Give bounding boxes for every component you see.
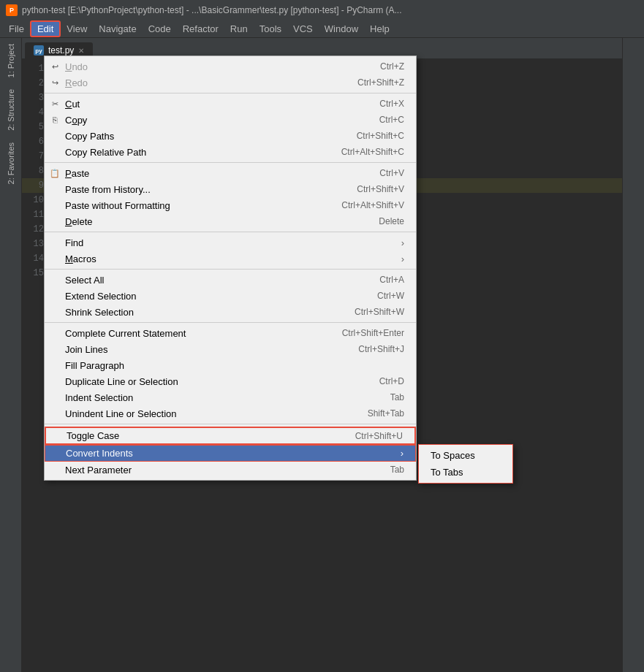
menu-navigate[interactable]: Navigate bbox=[93, 22, 142, 36]
menu-vcs[interactable]: VCS bbox=[287, 22, 319, 36]
menu-tools[interactable]: Tools bbox=[254, 22, 287, 36]
menu-extend-selection[interactable]: Extend Selection Ctrl+W bbox=[45, 288, 416, 304]
menu-window[interactable]: Window bbox=[319, 22, 364, 36]
separator-4 bbox=[45, 269, 416, 270]
menu-bar: File Edit View Navigate Code Refactor Ru… bbox=[0, 20, 644, 38]
tab-close-icon[interactable]: ✕ bbox=[78, 47, 84, 55]
submenu-to-tabs[interactable]: To Tabs bbox=[419, 464, 512, 481]
paste-icon: 📋 bbox=[49, 167, 61, 179]
sidebar-tab-structure[interactable]: 2: Structure bbox=[4, 83, 18, 137]
menu-duplicate-line[interactable]: Duplicate Line or Selection Ctrl+D bbox=[45, 373, 416, 389]
menu-convert-indents[interactable]: Convert Indents › To Spaces To Tabs bbox=[45, 445, 416, 462]
menu-file[interactable]: File bbox=[3, 22, 30, 36]
menu-view[interactable]: View bbox=[61, 22, 93, 36]
menu-undo[interactable]: ↩ Undo Ctrl+Z bbox=[45, 58, 416, 75]
menu-cut[interactable]: ✂ Cut Ctrl+X bbox=[45, 96, 416, 112]
menu-join-lines[interactable]: Join Lines Ctrl+Shift+J bbox=[45, 341, 416, 357]
menu-unindent-line[interactable]: Unindent Line or Selection Shift+Tab bbox=[45, 405, 416, 421]
menu-redo[interactable]: ↪ Redo Ctrl+Shift+Z bbox=[45, 75, 416, 91]
menu-paste[interactable]: 📋 Paste Ctrl+V bbox=[45, 165, 416, 181]
menu-copy-relative-path[interactable]: Copy Relative Path Ctrl+Alt+Shift+C bbox=[45, 144, 416, 160]
menu-run[interactable]: Run bbox=[224, 22, 254, 36]
find-arrow-icon: › bbox=[401, 237, 404, 248]
undo-icon: ↩ bbox=[49, 61, 61, 72]
menu-code[interactable]: Code bbox=[143, 22, 177, 36]
separator-2 bbox=[45, 162, 416, 163]
convert-indents-arrow-icon: › bbox=[401, 448, 404, 459]
menu-complete-current-statement[interactable]: Complete Current Statement Ctrl+Shift+En… bbox=[45, 325, 416, 341]
menu-paste-from-history[interactable]: Paste from History... Ctrl+Shift+V bbox=[45, 181, 416, 197]
menu-find[interactable]: Find › bbox=[45, 234, 416, 251]
menu-next-parameter[interactable]: Next Parameter Tab bbox=[45, 462, 416, 478]
menu-delete[interactable]: Delete Delete bbox=[45, 213, 416, 229]
separator-3 bbox=[45, 232, 416, 232]
right-sidebar bbox=[622, 38, 644, 672]
cut-icon: ✂ bbox=[49, 98, 61, 110]
separator-1 bbox=[45, 93, 416, 93]
menu-shrink-selection[interactable]: Shrink Selection Ctrl+Shift+W bbox=[45, 304, 416, 320]
title-bar: P python-test [E:\PythonProject\python-t… bbox=[0, 0, 644, 20]
submenu-to-spaces[interactable]: To Spaces bbox=[419, 447, 512, 464]
menu-toggle-case[interactable]: Toggle Case Ctrl+Shift+U bbox=[45, 427, 416, 445]
separator-5 bbox=[45, 322, 416, 323]
sidebar-tab-project[interactable]: 1: Project bbox=[4, 38, 18, 83]
separator-6 bbox=[45, 424, 416, 424]
copy-icon: ⎘ bbox=[49, 114, 61, 126]
macros-arrow-icon: › bbox=[401, 253, 404, 264]
menu-copy-paths[interactable]: Copy Paths Ctrl+Shift+C bbox=[45, 128, 416, 144]
left-sidebar: 1: Project 2: Structure 2: Favorites bbox=[0, 38, 22, 672]
menu-help[interactable]: Help bbox=[364, 22, 395, 36]
menu-select-all[interactable]: Select All Ctrl+A bbox=[45, 272, 416, 288]
dropdown-menu: ↩ Undo Ctrl+Z ↪ Redo Ctrl+Shift+Z ✂ Cut … bbox=[44, 56, 417, 481]
menu-macros[interactable]: Macros › bbox=[45, 251, 416, 267]
menu-refactor[interactable]: Refactor bbox=[177, 22, 224, 36]
main-area: 1: Project 2: Structure 2: Favorites py … bbox=[0, 38, 644, 672]
app-icon: P bbox=[6, 4, 18, 16]
sidebar-tab-favorites[interactable]: 2: Favorites bbox=[4, 137, 18, 190]
editor-area: py test.py ✕ 1 import os 2 print(os.path… bbox=[22, 38, 622, 672]
py-icon: py bbox=[34, 45, 44, 56]
menu-edit[interactable]: Edit bbox=[30, 20, 61, 37]
menu-indent-selection[interactable]: Indent Selection Tab bbox=[45, 389, 416, 405]
redo-icon: ↪ bbox=[49, 77, 61, 88]
menu-paste-without-formatting[interactable]: Paste without Formatting Ctrl+Alt+Shift+… bbox=[45, 197, 416, 213]
menu-copy[interactable]: ⎘ Copy Ctrl+C bbox=[45, 112, 416, 128]
title-text: python-test [E:\PythonProject\python-tes… bbox=[22, 5, 402, 15]
menu-fill-paragraph[interactable]: Fill Paragraph bbox=[45, 357, 416, 373]
tab-filename: test.py bbox=[48, 45, 74, 56]
submenu-convert-indents: To Spaces To Tabs bbox=[418, 444, 513, 484]
